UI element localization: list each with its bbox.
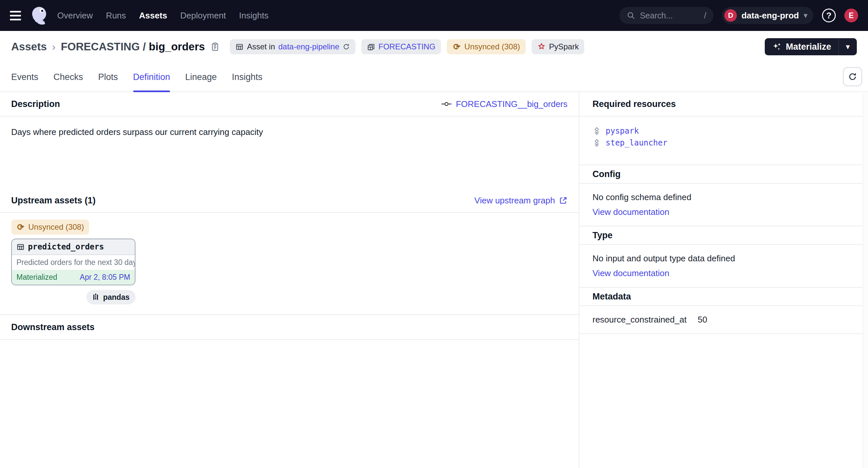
pyspark-star-icon (537, 42, 546, 51)
nav-right-cluster: / D data-eng-prod ▾ ? E (619, 7, 858, 24)
search-box[interactable]: / (619, 7, 713, 24)
primary-nav: Overview Runs Assets Deployment Insights (57, 10, 269, 21)
asset-name: big_orders (149, 40, 205, 53)
config-empty-text: No config schema defined (592, 192, 855, 202)
upstream-asset-node[interactable]: predicted_orders Predicted orders for th… (11, 239, 135, 285)
resource-item-step-launcher[interactable]: step_launcher (592, 137, 855, 149)
asset-key-divider: / (143, 40, 146, 53)
search-icon (627, 11, 635, 20)
breadcrumb-assets[interactable]: Assets (11, 40, 47, 53)
description-body: Days where predicted orders surpass our … (0, 117, 579, 188)
table-icon (236, 43, 244, 51)
pandas-tag[interactable]: pandas (87, 290, 135, 304)
workspace-switcher[interactable]: D data-eng-prod ▾ (722, 7, 813, 24)
metadata-body: resource_constrained_at 50 (579, 306, 868, 334)
definition-left-column: Description FORECASTING__big_orders Days… (0, 92, 579, 468)
nav-insights[interactable]: Insights (239, 10, 269, 21)
external-link-icon (559, 196, 567, 205)
hamburger-menu-icon[interactable] (10, 11, 21, 21)
search-shortcut: / (704, 11, 706, 21)
type-title: Type (592, 230, 613, 241)
asset-group-icon (367, 43, 375, 51)
top-nav: Overview Runs Assets Deployment Insights… (0, 0, 868, 31)
asset-node-tag-row: pandas (11, 290, 135, 304)
sparkles-icon (772, 42, 782, 52)
job-link[interactable]: FORECASTING__big_orders (441, 99, 567, 109)
type-body: No input and output type data defined Vi… (579, 245, 868, 288)
metadata-row: resource_constrained_at 50 (592, 315, 855, 325)
nav-deployment[interactable]: Deployment (180, 10, 226, 21)
nav-runs[interactable]: Runs (106, 10, 126, 21)
materialize-button[interactable]: Materialize (765, 38, 838, 55)
asset-in-pipeline-tag[interactable]: Asset in data-eng-pipeline (230, 39, 355, 54)
resources-body: pyspark step_launcher (579, 117, 868, 165)
materialize-dropdown-button[interactable]: ▾ (838, 38, 857, 55)
caret-down-icon: ▾ (846, 42, 849, 51)
compute-kind-tag[interactable]: PySpark (532, 39, 585, 54)
metadata-section-head: Metadata (579, 288, 868, 306)
search-input[interactable] (640, 11, 699, 21)
metadata-title: Metadata (592, 292, 631, 302)
group-tag[interactable]: FORECASTING (361, 39, 441, 54)
resources-section-head: Required resources (579, 92, 868, 117)
chevron-right-icon: › (52, 41, 56, 53)
breadcrumb-asset-key: FORECASTING / big_orders (61, 40, 205, 53)
materialize-split-button: Materialize ▾ (765, 38, 857, 55)
asset-group-segment[interactable]: FORECASTING (61, 40, 140, 53)
metadata-value: 50 (698, 315, 707, 325)
materialized-timestamp[interactable]: Apr 2, 8:05 PM (80, 273, 130, 282)
nav-overview[interactable]: Overview (57, 10, 93, 21)
dagster-asset-page: Overview Runs Assets Deployment Insights… (0, 0, 868, 468)
view-upstream-graph-label: View upstream graph (474, 196, 555, 206)
workspace-badge: D (724, 9, 737, 22)
tab-checks[interactable]: Checks (54, 62, 83, 91)
scrollbar-track[interactable] (863, 93, 868, 468)
tab-plots[interactable]: Plots (98, 62, 118, 91)
config-body: No config schema defined View documentat… (579, 184, 868, 227)
pandas-label: pandas (103, 293, 129, 302)
refresh-button[interactable] (843, 67, 862, 86)
asset-title-row: Assets › FORECASTING / big_orders Asset … (0, 31, 868, 62)
unsynced-tag[interactable]: ⟳ ! Unsynced (308) (447, 39, 525, 54)
sync-exclamation: ! (17, 223, 25, 231)
metadata-key: resource_constrained_at (592, 315, 698, 325)
asset-tabs: Events Checks Plots Definition Lineage I… (0, 62, 868, 92)
config-view-documentation-link[interactable]: View documentation (592, 207, 670, 217)
job-link-label: FORECASTING__big_orders (456, 99, 567, 109)
dagster-logo-icon[interactable] (30, 5, 50, 26)
resource-icon (592, 127, 601, 135)
workspace-name: data-eng-prod (741, 10, 799, 21)
tab-definition[interactable]: Definition (133, 62, 170, 91)
type-view-documentation-link[interactable]: View documentation (592, 268, 670, 279)
group-link[interactable]: FORECASTING (378, 42, 435, 51)
description-title: Description (11, 99, 60, 109)
help-icon[interactable]: ? (822, 8, 836, 22)
resource-name: pyspark (606, 126, 639, 136)
resources-title: Required resources (592, 99, 676, 109)
pandas-icon (92, 293, 100, 301)
chevron-down-icon: ▾ (804, 11, 807, 20)
nav-assets[interactable]: Assets (139, 10, 167, 21)
materialized-status: Materialized (17, 273, 57, 282)
config-section-head: Config (579, 165, 868, 184)
downstream-section-head: Downstream assets (0, 315, 579, 340)
materialize-label: Materialize (786, 42, 831, 52)
help-glyph: ? (826, 10, 832, 21)
pipeline-link[interactable]: data-eng-pipeline (278, 42, 339, 51)
definition-sidebar: Required resources pyspark step_launcher (579, 92, 868, 468)
description-section-head: Description FORECASTING__big_orders (0, 92, 579, 117)
view-upstream-graph-link[interactable]: View upstream graph (474, 196, 567, 206)
asset-node-header: predicted_orders (12, 239, 135, 255)
description-text: Days where predicted orders surpass our … (11, 127, 263, 137)
copy-icon[interactable] (210, 42, 220, 52)
resource-item-pyspark[interactable]: pyspark (592, 125, 855, 137)
user-avatar[interactable]: E (844, 8, 858, 22)
type-section-head: Type (579, 227, 868, 245)
asset-node-name: predicted_orders (28, 242, 104, 252)
upstream-unsynced-badge[interactable]: ⟳ ! Unsynced (308) (11, 220, 89, 235)
tab-events[interactable]: Events (11, 62, 38, 91)
tab-lineage[interactable]: Lineage (185, 62, 217, 91)
asset-node-status-row: Materialized Apr 2, 8:05 PM (12, 270, 135, 285)
tab-insights[interactable]: Insights (232, 62, 262, 91)
config-title: Config (592, 169, 620, 179)
